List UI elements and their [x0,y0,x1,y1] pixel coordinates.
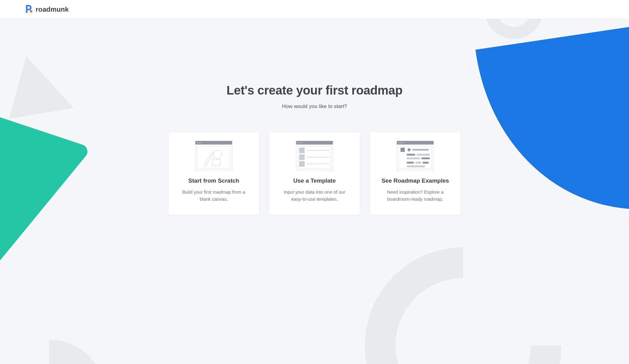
svg-point-5 [201,142,201,143]
svg-rect-32 [416,154,430,156]
page-subtitle: How would you like to start? [282,103,347,110]
svg-rect-34 [421,157,430,159]
svg-rect-31 [407,154,415,156]
svg-point-3 [197,142,198,143]
svg-rect-16 [299,148,305,153]
svg-point-12 [298,142,299,143]
brand-name: roadmunk [36,6,69,14]
onboarding-content: Let's create your first roadmap How woul… [0,19,629,215]
svg-rect-17 [299,154,305,160]
svg-rect-35 [407,162,414,164]
app-header: roadmunk [0,0,629,19]
examples-illustration-icon [397,141,434,170]
svg-rect-1 [195,141,232,170]
page-title: Let's create your first roadmap [227,83,403,97]
svg-point-29 [408,148,411,151]
card-title: Use a Template [293,177,336,184]
svg-point-4 [199,142,200,143]
svg-rect-33 [407,157,420,159]
card-desc: Input your data into one of our easy-to-… [278,188,351,203]
svg-rect-28 [400,148,405,152]
card-start-from-scratch[interactable]: Start from Scratch Build your first road… [168,132,260,215]
roadmunk-mark-icon [26,5,33,14]
card-desc: Need inspiration? Explore a boardroom-re… [378,188,452,203]
option-cards: Start from Scratch Build your first road… [168,132,461,215]
scratch-illustration-icon [195,141,232,170]
svg-rect-18 [299,161,305,167]
svg-rect-36 [415,162,421,164]
svg-point-13 [299,142,300,143]
svg-rect-38 [407,165,425,167]
card-roadmap-examples[interactable]: See Roadmap Examples Need inspiration? E… [369,132,461,215]
svg-rect-30 [412,149,429,151]
card-desc: Build your first roadmap from a blank ca… [177,188,251,203]
svg-point-26 [402,142,403,143]
template-illustration-icon [296,141,333,170]
onboarding-stage: Let's create your first roadmap How woul… [0,19,629,364]
card-use-template[interactable]: Use a Template Input your data into one … [269,132,360,215]
svg-point-14 [301,142,302,143]
svg-point-25 [400,142,401,143]
svg-point-0 [30,10,32,12]
card-title: See Roadmap Examples [381,177,449,184]
deco-grey-crescent [365,247,561,364]
card-title: Start from Scratch [188,177,239,184]
svg-point-24 [398,142,399,143]
deco-grey-wedge [49,315,129,364]
brand-logo[interactable]: roadmunk [26,5,69,14]
svg-rect-37 [423,162,429,164]
